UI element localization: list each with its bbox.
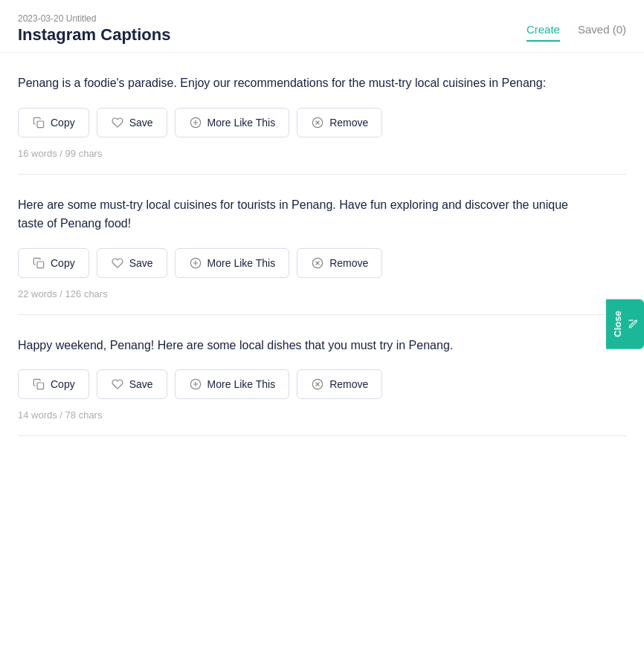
action-row-1: Copy Save More Like This: [18, 108, 626, 137]
more-like-this-label-3: More Like This: [207, 378, 276, 390]
x-circle-icon-2: [311, 256, 324, 270]
remove-button-3[interactable]: Remove: [297, 369, 382, 399]
save-label-1: Save: [129, 117, 153, 129]
caption-card-3: Happy weekend, Penang! Here are some loc…: [18, 315, 626, 437]
header-tabs: Create Saved (0): [527, 23, 626, 45]
action-row-3: Copy Save More Like This: [18, 369, 626, 399]
save-label-2: Save: [129, 257, 153, 269]
more-like-this-button-3[interactable]: More Like This: [175, 369, 290, 399]
word-count-1: 16 words / 99 chars: [18, 148, 626, 159]
remove-button-1[interactable]: Remove: [297, 108, 382, 137]
remove-label-3: Remove: [329, 378, 368, 390]
x-circle-icon-3: [311, 378, 324, 391]
page-title: Instagram Captions: [18, 25, 170, 45]
copy-button-1[interactable]: Copy: [18, 108, 89, 137]
page-header: 2023-03-20 Untitled Instagram Captions C…: [0, 0, 644, 53]
header-left: 2023-03-20 Untitled Instagram Captions: [18, 13, 170, 45]
heart-icon-3: [111, 378, 124, 391]
copy-icon: [32, 116, 45, 129]
tab-create[interactable]: Create: [527, 23, 560, 42]
copy-icon-3: [32, 378, 45, 391]
copy-button-3[interactable]: Copy: [18, 369, 89, 399]
word-count-3: 14 words / 78 chars: [18, 409, 626, 421]
copy-label-3: Copy: [51, 378, 75, 390]
svg-rect-7: [37, 262, 44, 268]
tab-saved[interactable]: Saved (0): [578, 23, 626, 42]
close-sidebar-button[interactable]: Close: [606, 299, 644, 349]
copy-button-2[interactable]: Copy: [18, 248, 89, 278]
remove-label-2: Remove: [329, 257, 368, 269]
plus-circle-icon-3: [189, 378, 202, 391]
close-label: Close: [612, 311, 623, 337]
heart-icon-1: [111, 116, 124, 129]
word-count-2: 22 words / 126 chars: [18, 288, 626, 299]
date-label: 2023-03-20 Untitled: [18, 13, 170, 24]
more-like-this-label-1: More Like This: [207, 117, 276, 129]
caption-card-2: Here are some must-try local cuisines fo…: [18, 175, 626, 315]
save-label-3: Save: [129, 378, 153, 390]
more-like-this-button-1[interactable]: More Like This: [175, 108, 290, 137]
caption-text-3: Happy weekend, Penang! Here are some loc…: [18, 336, 583, 355]
more-like-this-button-2[interactable]: More Like This: [175, 248, 290, 278]
remove-button-2[interactable]: Remove: [297, 248, 382, 278]
copy-label-1: Copy: [51, 117, 75, 129]
save-button-1[interactable]: Save: [97, 108, 167, 137]
caption-text-1: Penang is a foodie's paradise. Enjoy our…: [18, 74, 583, 93]
x-circle-icon-1: [311, 116, 324, 129]
main-content: Penang is a foodie's paradise. Enjoy our…: [0, 53, 644, 436]
caption-card-1: Penang is a foodie's paradise. Enjoy our…: [18, 53, 626, 175]
save-button-2[interactable]: Save: [97, 248, 167, 278]
svg-rect-14: [37, 383, 44, 389]
copy-icon-2: [32, 256, 45, 270]
caption-text-2: Here are some must-try local cuisines fo…: [18, 195, 583, 233]
more-like-this-label-2: More Like This: [207, 257, 276, 269]
save-button-3[interactable]: Save: [97, 369, 167, 399]
svg-rect-0: [37, 121, 44, 128]
pencil-icon: [628, 319, 638, 329]
heart-icon-2: [111, 256, 124, 270]
copy-label-2: Copy: [51, 257, 75, 269]
plus-circle-icon-2: [189, 256, 202, 270]
action-row-2: Copy Save More Like This: [18, 248, 626, 278]
remove-label-1: Remove: [329, 117, 368, 129]
plus-circle-icon-1: [189, 116, 202, 129]
